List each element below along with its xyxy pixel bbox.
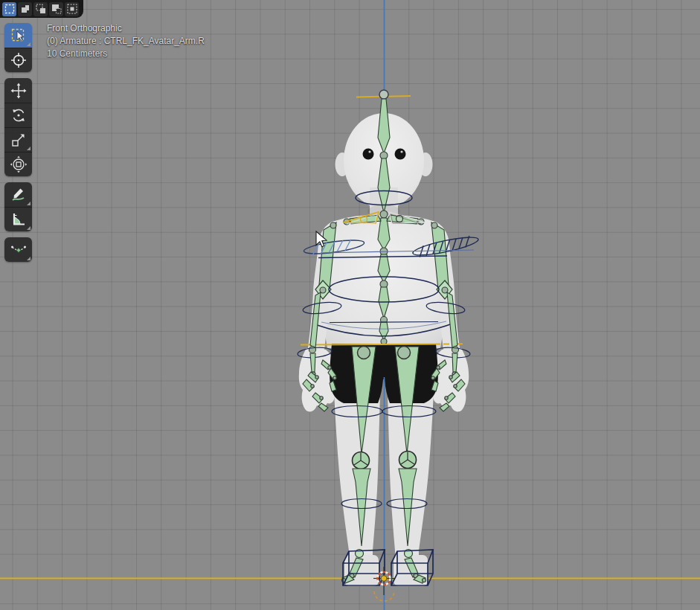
scene-canvas bbox=[0, 0, 700, 610]
object-origin-dot bbox=[381, 576, 387, 582]
measure-tool-button[interactable] bbox=[4, 207, 32, 231]
annotate-tool-button[interactable] bbox=[4, 182, 32, 207]
3d-viewport[interactable]: Front Orthographic (0) Armature : CTRL_F… bbox=[0, 0, 700, 610]
select-intersect-button[interactable] bbox=[65, 2, 79, 16]
select-subtract-button[interactable] bbox=[33, 2, 48, 16]
select-invert-button[interactable] bbox=[49, 2, 63, 16]
pose-breakdowner-tool-button[interactable] bbox=[4, 237, 32, 262]
transform-tool-button[interactable] bbox=[4, 152, 32, 176]
rotate-tool-button[interactable] bbox=[4, 103, 32, 127]
view-name-text: Front Orthographic bbox=[47, 22, 205, 35]
active-object-text: (0) Armature : CTRL_FK_Avatar_Arm.R bbox=[47, 35, 205, 48]
select-set-button[interactable] bbox=[2, 2, 16, 16]
hip-bar-control[interactable] bbox=[301, 344, 463, 344]
select-extend-button[interactable] bbox=[18, 2, 32, 16]
right-eye bbox=[395, 149, 406, 160]
viewport-info-overlay: Front Orthographic (0) Armature : CTRL_F… bbox=[47, 22, 205, 60]
select-mode-bar bbox=[0, 0, 83, 18]
move-tool-button[interactable] bbox=[4, 78, 32, 103]
grid-scale-text: 10 Centimeters bbox=[47, 48, 205, 60]
left-eye bbox=[363, 149, 374, 160]
tweak-select-tool-button[interactable] bbox=[4, 23, 32, 48]
tool-shelf bbox=[4, 23, 32, 268]
knee-control-left[interactable] bbox=[399, 452, 417, 469]
scale-tool-button[interactable] bbox=[4, 127, 32, 152]
knee-control-right[interactable] bbox=[353, 452, 370, 469]
head-top-control[interactable] bbox=[356, 90, 411, 99]
cursor-tool-button[interactable] bbox=[4, 48, 32, 72]
